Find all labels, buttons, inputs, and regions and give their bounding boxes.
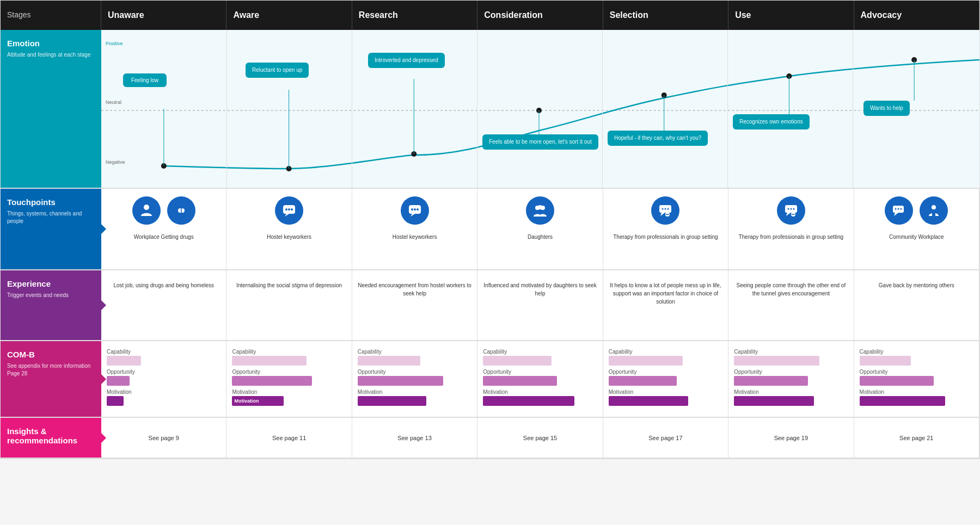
svg-point-30 [538,205,542,209]
bubble-unaware: Feeling low [123,73,167,87]
svg-point-48 [794,214,795,215]
comb-selection: Capability Opportunity Motivation [603,341,728,417]
comb-title: COM-B [7,350,93,359]
svg-point-50 [895,208,897,210]
bubble-use: Recognizes own emotions [733,114,810,129]
bubble-consideration: Feels able to be more open, let's sort i… [482,134,598,150]
svg-point-46 [792,214,793,215]
svg-point-22 [291,208,293,211]
touchpoints-aware-text: Hostel keyworkers [231,233,347,241]
svg-marker-19 [285,214,289,217]
svg-rect-55 [932,213,935,216]
comb-use: Capability Opportunity Motivation [728,341,854,417]
touchpoints-consideration-text: Daughters [482,233,598,241]
community-icon [885,196,913,225]
pill-icon [167,196,195,225]
research-header: Research [352,1,477,30]
svg-marker-24 [411,214,415,217]
svg-point-25 [411,208,413,211]
experience-row-label: Experience Trigger events and needs [1,270,101,340]
svg-point-27 [416,208,419,211]
chat-bubble-icon [401,196,429,225]
bubble-advocacy: Wants to help [863,101,910,116]
svg-point-52 [901,208,902,210]
touchpoints-sublabel: Things, systems, channels and people [7,210,93,225]
svg-point-47 [793,214,794,215]
insights-title: Insights & recommendations [7,427,93,445]
chat-group-icon-use [777,196,805,225]
svg-point-37 [666,214,667,215]
comb-row: COM-B See appendix for more information … [1,341,979,418]
touchpoints-selection-text: Therapy from professionals in group sett… [608,233,724,241]
touchpoints-unaware: Workplace Getting drugs [101,189,226,269]
touchpoints-consideration: Daughters [477,189,603,269]
svg-point-33 [665,208,666,210]
insights-advocacy: See page 21 [854,418,979,458]
svg-marker-44 [786,213,791,216]
experience-selection: It helps to know a lot of people mess up… [603,270,728,340]
comb-sublabel: See appendix for more information Page 2… [7,362,93,378]
touchpoints-title: Touchpoints [7,197,93,207]
selection-header: Selection [603,1,728,30]
svg-point-20 [285,208,287,211]
svg-point-54 [932,205,936,209]
svg-point-43 [793,208,794,210]
use-header: Use [728,1,854,30]
svg-point-34 [667,208,669,210]
insights-aware: See page 11 [226,418,352,458]
experience-row: Experience Trigger events and needs Lost… [1,270,979,341]
touchpoints-selection: Therapy from professionals in group sett… [603,189,728,269]
experience-research: Needed encouragement from hostel workers… [352,270,477,340]
insights-unaware: See page 9 [101,418,226,458]
svg-point-38 [667,214,668,215]
svg-point-21 [288,208,290,211]
consideration-header: Consideration [477,1,603,30]
svg-marker-53 [894,213,898,216]
touchpoints-advocacy: Community Workplace [854,189,979,269]
bubble-aware: Reluctant to open up [246,63,309,78]
group-icon [526,196,554,225]
svg-point-41 [787,208,789,210]
insights-research: See page 13 [352,418,477,458]
touchpoints-row: Touchpoints Things, systems, channels an… [1,189,979,270]
chat-group-icon-selection [651,196,679,225]
experience-sublabel: Trigger events and needs [7,292,93,299]
touchpoints-use-text: Therapy from professionals in group sett… [733,233,849,241]
comb-row-label: COM-B See appendix for more information … [1,341,101,417]
comb-consideration: Capability Opportunity Motivation [477,341,603,417]
insights-consideration: See page 15 [477,418,603,458]
bubble-selection: Hopeful - if they can, why can't you? [608,131,708,146]
chat-icon [275,196,303,225]
insights-row-label: Insights & recommendations [1,418,101,458]
comb-aware: Capability Opportunity Motivation Motiva… [226,341,352,417]
emotion-row-label: Emotion Attitude and feelings at each st… [1,30,101,188]
svg-point-15 [144,205,149,210]
touchpoints-research: Hostel keyworkers [352,189,477,269]
comb-research: Capability Opportunity Motivation [352,341,477,417]
experience-unaware: Lost job, using drugs and being homeless [101,270,226,340]
touchpoints-row-label: Touchpoints Things, systems, channels an… [1,189,101,269]
aware-header: Aware [226,1,352,30]
comb-advocacy: Capability Opportunity Motivation [854,341,979,417]
workplace-icon [920,196,948,225]
experience-consideration: Influenced and motivated by daughters to… [477,270,603,340]
svg-point-26 [414,208,416,211]
svg-point-42 [790,208,792,210]
experience-aware: Internalising the social stigma of depre… [226,270,352,340]
svg-point-39 [668,214,669,215]
emotion-chart [101,30,979,188]
svg-point-32 [662,208,664,210]
experience-use: Seeing people come through the other end… [728,270,854,340]
emotion-sublabel: Attitude and feelings at each stage [7,51,93,59]
svg-marker-35 [660,213,665,216]
comb-unaware: Capability Opportunity Motivation [101,341,226,417]
touchpoints-unaware-text: Workplace Getting drugs [106,233,222,241]
touchpoints-aware: Hostel keyworkers [226,189,352,269]
emotion-title: Emotion [7,39,93,48]
insights-row: Insights & recommendations See page 9 Se… [1,418,979,459]
unaware-header: Unaware [101,1,226,30]
advocacy-header: Advocacy [854,1,979,30]
touchpoints-use: Therapy from professionals in group sett… [728,189,854,269]
insights-selection: See page 17 [603,418,728,458]
bubble-research: Introverted and depressed [368,53,445,68]
